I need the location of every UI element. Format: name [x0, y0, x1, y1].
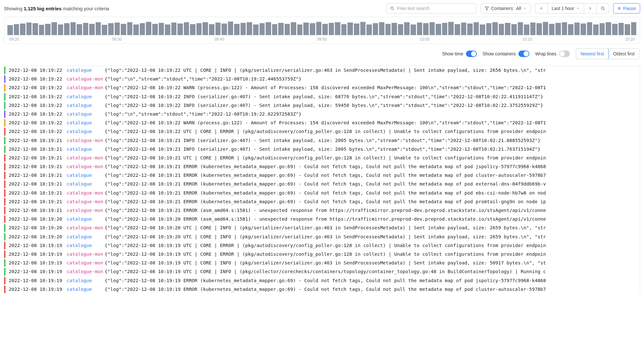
histogram-bar[interactable]: [203, 22, 208, 35]
histogram-bar[interactable]: [209, 24, 214, 35]
log-row[interactable]: 2022-12-08 10:19:20catalogue-mon{"log":"…: [4, 224, 640, 232]
histogram-bar[interactable]: [543, 22, 548, 35]
histogram-bar[interactable]: [253, 24, 259, 35]
histogram-bar[interactable]: [455, 24, 460, 35]
pause-button[interactable]: Pause: [613, 3, 640, 14]
histogram-bar[interactable]: [102, 25, 107, 35]
histogram-bar[interactable]: [278, 23, 284, 35]
histogram-bar[interactable]: [108, 23, 114, 35]
histogram-bar[interactable]: [555, 23, 561, 35]
histogram-bar[interactable]: [505, 23, 510, 35]
histogram-bar[interactable]: [146, 22, 151, 35]
log-row[interactable]: 2022-12-08 10:19:21catalogue{"log":"2022…: [4, 180, 640, 188]
log-row[interactable]: 2022-12-08 10:19:21catalogue-mon{"log":"…: [4, 206, 640, 215]
histogram-bar[interactable]: [228, 22, 233, 35]
histogram-bar[interactable]: [341, 24, 347, 35]
log-row[interactable]: 2022-12-08 10:19:22catalogue{"log":"2022…: [4, 92, 640, 101]
containers-filter[interactable]: Containers: All: [480, 3, 531, 14]
search-input[interactable]: [397, 6, 473, 11]
log-row[interactable]: 2022-12-08 10:19:22catalogue{"log":"2022…: [4, 101, 640, 110]
histogram-bar[interactable]: [436, 24, 441, 35]
histogram-bar[interactable]: [549, 24, 554, 35]
log-row[interactable]: 2022-12-08 10:19:19catalogue{"log":"2022…: [4, 241, 640, 250]
histogram-bar[interactable]: [442, 23, 448, 35]
histogram-bar[interactable]: [619, 23, 624, 35]
search-box[interactable]: [386, 3, 477, 14]
histogram-bar[interactable]: [121, 24, 126, 35]
histogram-bar[interactable]: [303, 23, 309, 35]
histogram-bar[interactable]: [26, 23, 32, 35]
log-row[interactable]: 2022-12-08 10:19:22catalogue{"log":"2022…: [4, 119, 640, 127]
histogram-bar[interactable]: [480, 24, 485, 35]
histogram-bar[interactable]: [316, 22, 322, 35]
histogram-bar[interactable]: [14, 24, 19, 35]
histogram-bar[interactable]: [467, 24, 473, 35]
histogram-bar[interactable]: [266, 22, 271, 35]
histogram-bar[interactable]: [606, 22, 611, 35]
time-range-select[interactable]: Last 1 hour: [547, 3, 584, 14]
histogram-bar[interactable]: [373, 23, 378, 35]
histogram-bar[interactable]: [574, 23, 580, 35]
histogram-bar[interactable]: [354, 24, 359, 35]
histogram-bar[interactable]: [171, 23, 177, 35]
histogram-bar[interactable]: [285, 24, 290, 35]
histogram-bar[interactable]: [140, 23, 145, 35]
histogram-bar[interactable]: [297, 24, 303, 35]
show-containers-switch[interactable]: [518, 51, 529, 57]
histogram-bar[interactable]: [159, 23, 164, 35]
histogram-bar[interactable]: [587, 22, 592, 35]
log-row[interactable]: 2022-12-08 10:19:19catalogue-mon{"log":"…: [4, 250, 640, 259]
histogram-bar[interactable]: [222, 24, 227, 35]
histogram-bar[interactable]: [499, 24, 504, 35]
histogram-bar[interactable]: [133, 24, 139, 35]
histogram-bar[interactable]: [71, 22, 76, 35]
histogram-bar[interactable]: [461, 23, 467, 35]
histogram-bar[interactable]: [272, 24, 278, 35]
histogram-bar[interactable]: [448, 22, 454, 35]
histogram-bar[interactable]: [89, 24, 95, 35]
histogram-bar[interactable]: [366, 24, 372, 35]
histogram-bar[interactable]: [115, 23, 120, 35]
histogram-bar[interactable]: [152, 24, 158, 35]
histogram-bar[interactable]: [52, 22, 57, 35]
histogram-bar[interactable]: [423, 23, 429, 35]
histogram-bar[interactable]: [96, 22, 101, 35]
histogram-bar[interactable]: [430, 22, 435, 35]
histogram-bar[interactable]: [45, 24, 51, 35]
wrap-lines-switch[interactable]: [559, 51, 570, 57]
histogram-bar[interactable]: [165, 24, 170, 35]
log-row[interactable]: 2022-12-08 10:19:21catalogue{"log":"2022…: [4, 171, 640, 180]
histogram-bar[interactable]: [310, 23, 315, 35]
histogram-bar[interactable]: [562, 22, 567, 35]
histogram-bar[interactable]: [379, 22, 384, 35]
histogram-bar[interactable]: [247, 22, 252, 35]
show-time-switch[interactable]: [466, 51, 477, 57]
histogram-bar[interactable]: [184, 22, 189, 35]
histogram-bar[interactable]: [631, 22, 637, 35]
histogram-bar[interactable]: [524, 24, 529, 35]
histogram-bar[interactable]: [593, 24, 599, 35]
log-row[interactable]: 2022-12-08 10:19:21catalogue-mon{"log":"…: [4, 189, 640, 197]
histogram-bar[interactable]: [335, 22, 340, 35]
histogram-bar[interactable]: [127, 22, 133, 35]
histogram-bar[interactable]: [417, 23, 422, 35]
newest-first-button[interactable]: Newest first: [576, 48, 609, 59]
histogram-bar[interactable]: [530, 23, 536, 35]
oldest-first-button[interactable]: Oldest first: [609, 49, 639, 59]
log-row[interactable]: 2022-12-08 10:19:21catalogue-mon{"log":"…: [4, 162, 640, 171]
log-row[interactable]: 2022-12-08 10:19:22catalogue{"log":"2022…: [4, 127, 640, 136]
histogram-bar[interactable]: [77, 24, 82, 35]
log-row[interactable]: 2022-12-08 10:19:21catalogue-mon{"log":"…: [4, 154, 640, 162]
time-next-button[interactable]: [584, 3, 596, 14]
log-row[interactable]: 2022-12-08 10:19:20catalogue{"log":"2022…: [4, 215, 640, 224]
histogram-bar[interactable]: [404, 22, 410, 35]
histogram-bar[interactable]: [7, 25, 13, 35]
log-row[interactable]: 2022-12-08 10:19:21catalogue-mon{"log":"…: [4, 197, 640, 206]
histogram-bar[interactable]: [486, 23, 492, 35]
histogram-bar[interactable]: [625, 24, 630, 35]
histogram-bar[interactable]: [392, 23, 397, 35]
log-row[interactable]: 2022-12-08 10:19:22catalogue-mon{"log":"…: [4, 75, 640, 83]
log-row[interactable]: 2022-12-08 10:19:19catalogue{"log":"2022…: [4, 285, 640, 294]
histogram-bar[interactable]: [581, 24, 586, 35]
log-row[interactable]: 2022-12-08 10:19:19catalogue-mon{"log":"…: [4, 267, 640, 276]
